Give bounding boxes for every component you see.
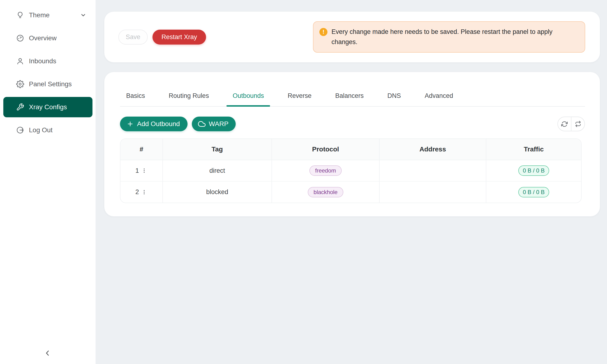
warning-icon: !	[319, 28, 328, 36]
sidebar-item-label: Theme	[29, 11, 50, 19]
add-outbound-label: Add Outbound	[137, 120, 180, 128]
tab-advanced[interactable]: Advanced	[419, 85, 459, 106]
chevron-left-icon	[43, 348, 53, 358]
restart-xray-button[interactable]: Restart Xray	[152, 30, 206, 45]
table-row: 2 b	[120, 181, 581, 203]
main-content: Save Restart Xray ! Every change made he…	[95, 0, 607, 216]
table-actions-group	[557, 117, 585, 131]
warning-alert-text: Every change made here needs to be saved…	[331, 27, 571, 47]
index-cell: 1	[120, 160, 163, 181]
gauge-icon	[16, 34, 24, 42]
refresh-icon	[561, 121, 568, 127]
config-tabbar: Basics Routing Rules Outbounds Reverse B…	[120, 85, 585, 107]
table-row: 1 d	[120, 160, 581, 181]
sidebar: Theme Overview	[0, 0, 95, 364]
gear-icon	[16, 80, 24, 88]
column-header-traffic: Traffic	[486, 139, 581, 160]
kebab-icon	[141, 167, 147, 174]
tab-balancers[interactable]: Balancers	[329, 85, 370, 106]
address-cell	[379, 160, 486, 181]
tag-cell: direct	[163, 160, 272, 181]
row-menu-button[interactable]	[141, 167, 147, 174]
sidebar-item-label: Overview	[29, 34, 57, 42]
reset-traffic-button[interactable]	[571, 117, 584, 131]
column-header-index: #	[120, 139, 163, 160]
warning-alert: ! Every change made here needs to be sav…	[313, 21, 585, 52]
sidebar-item-label: Xray Configs	[29, 103, 67, 111]
tab-dns[interactable]: DNS	[381, 85, 407, 106]
protocol-cell: blackhole	[272, 181, 379, 203]
repeat-icon	[575, 121, 581, 127]
row-menu-button[interactable]	[141, 189, 147, 196]
sidebar-item-log-out[interactable]: Log Out	[3, 120, 92, 140]
outbounds-table: # Tag Protocol Address Traffic 1	[120, 138, 582, 203]
sidebar-item-panel-settings[interactable]: Panel Settings	[3, 74, 92, 94]
tab-reverse[interactable]: Reverse	[281, 85, 318, 106]
protocol-badge: blackhole	[308, 187, 343, 197]
protocol-cell: freedom	[272, 160, 379, 181]
xray-config-card: Basics Routing Rules Outbounds Reverse B…	[104, 72, 600, 216]
save-button[interactable]: Save	[118, 30, 148, 45]
outbounds-toolbar: Add Outbound WARP	[120, 117, 585, 131]
refresh-button[interactable]	[558, 117, 571, 131]
column-header-tag: Tag	[163, 139, 272, 160]
add-outbound-button[interactable]: Add Outbound	[120, 117, 187, 131]
wrench-icon	[16, 103, 24, 111]
lightbulb-icon	[16, 11, 24, 19]
sidebar-item-label: Inbounds	[29, 57, 56, 65]
sidebar-collapse-button[interactable]	[43, 348, 53, 358]
user-icon	[16, 57, 24, 65]
sidebar-item-label: Log Out	[29, 126, 53, 134]
row-index: 1	[135, 167, 139, 174]
sidebar-nav: Theme Overview	[0, 0, 95, 140]
traffic-cell: 0 B / 0 B	[486, 181, 581, 203]
sidebar-item-label: Panel Settings	[29, 80, 72, 88]
plus-icon	[127, 120, 134, 128]
sidebar-item-xray-configs[interactable]: Xray Configs	[3, 97, 92, 117]
header-card: Save Restart Xray ! Every change made he…	[104, 12, 600, 62]
address-cell	[379, 181, 486, 203]
column-header-protocol: Protocol	[272, 139, 379, 160]
warp-button[interactable]: WARP	[192, 117, 236, 131]
traffic-badge: 0 B / 0 B	[518, 187, 549, 197]
sidebar-item-inbounds[interactable]: Inbounds	[3, 51, 92, 71]
protocol-badge: freedom	[309, 165, 342, 176]
table-header-row: # Tag Protocol Address Traffic	[120, 139, 581, 160]
tab-outbounds[interactable]: Outbounds	[226, 85, 270, 106]
cloud-icon	[198, 120, 206, 128]
traffic-cell: 0 B / 0 B	[486, 160, 581, 181]
row-index: 2	[135, 188, 139, 196]
app-root: Theme Overview	[0, 0, 607, 216]
index-cell: 2	[120, 181, 163, 203]
warp-label: WARP	[209, 120, 229, 128]
traffic-badge: 0 B / 0 B	[518, 165, 549, 176]
sidebar-item-theme[interactable]: Theme	[3, 5, 92, 25]
kebab-icon	[141, 189, 147, 195]
tab-basics[interactable]: Basics	[120, 85, 151, 106]
chevron-down-icon	[80, 12, 86, 18]
sidebar-item-overview[interactable]: Overview	[3, 28, 92, 48]
tab-routing-rules[interactable]: Routing Rules	[163, 85, 215, 106]
logout-icon	[16, 126, 24, 134]
tag-cell: blocked	[163, 181, 272, 203]
column-header-address: Address	[379, 139, 486, 160]
